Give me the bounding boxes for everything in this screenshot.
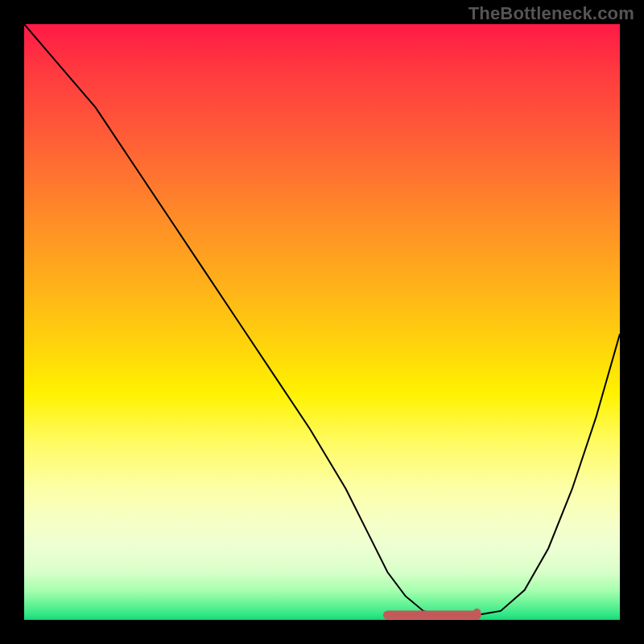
watermark-text: TheBottleneck.com [469, 3, 634, 24]
plot-area [24, 24, 620, 620]
valley-band-endpoint [473, 609, 481, 617]
bottleneck-curve [24, 24, 620, 617]
curve-svg [24, 24, 620, 620]
